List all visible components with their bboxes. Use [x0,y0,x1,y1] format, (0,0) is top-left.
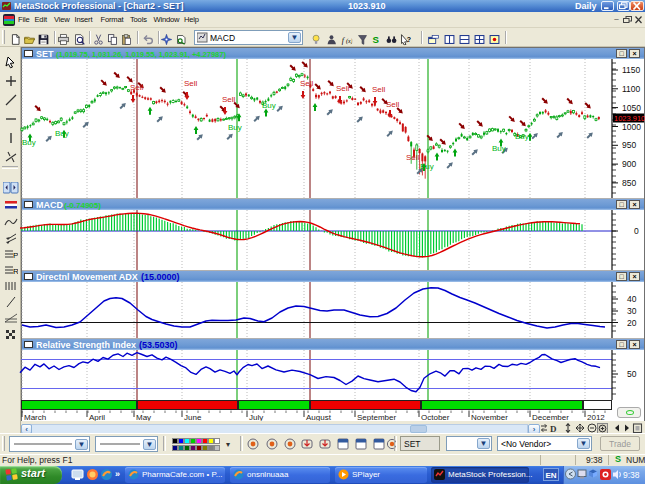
svg-text:Sell: Sell [184,79,198,88]
svg-text:Buy: Buy [262,101,276,110]
svg-text:Buy: Buy [228,123,242,132]
svg-text:1000: 1000 [622,122,641,132]
svg-text:30: 30 [627,306,637,316]
svg-text:Buy: Buy [55,129,69,138]
svg-text:Sell: Sell [386,100,400,109]
svg-text:1023.910: 1023.910 [614,114,645,123]
svg-text:Sell: Sell [300,79,314,88]
svg-text:50: 50 [627,369,637,379]
svg-text:Sell: Sell [336,84,350,93]
svg-text:Sell: Sell [130,83,144,92]
svg-text:Sell: Sell [222,95,236,104]
svg-text:1100: 1100 [622,84,641,94]
svg-text:950: 950 [622,140,636,150]
svg-text:0: 0 [634,226,639,236]
svg-text:Buy: Buy [492,144,506,153]
svg-text:Buy: Buy [515,132,529,141]
svg-text:Buy: Buy [420,162,434,171]
svg-text:1150: 1150 [622,65,641,75]
svg-text:Sell: Sell [372,85,386,94]
svg-text:850: 850 [622,178,636,188]
svg-text:20: 20 [627,318,637,328]
svg-text:Sell: Sell [406,153,420,162]
svg-text:Buy: Buy [22,138,36,147]
svg-text:1050: 1050 [622,103,641,113]
svg-text:900: 900 [622,159,636,169]
svg-text:40: 40 [627,294,637,304]
